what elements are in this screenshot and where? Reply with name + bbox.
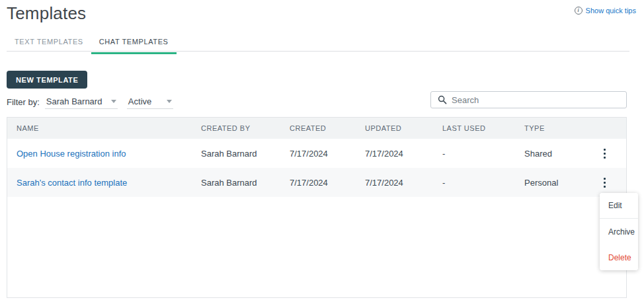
column-header-type: TYPE [524,124,597,132]
menu-item-edit[interactable]: Edit [600,193,638,219]
row-actions-menu: Edit Archive Delete [600,193,638,270]
filter-bar: Filter by: Sarah Barnard Active [7,96,173,109]
column-header-created-by: CREATED BY [201,124,290,132]
menu-item-archive[interactable]: Archive [600,219,638,244]
cell-last-used: - [442,178,524,188]
templates-page: Templates i Show quick tips TEXT TEMPLAT… [0,0,644,300]
kebab-menu-icon[interactable] [597,145,612,162]
filter-by-label: Filter by: [7,97,40,109]
cell-updated: 7/17/2024 [365,178,442,188]
column-header-created: CREATED [290,124,365,132]
owner-filter-dropdown[interactable]: Sarah Barnard [45,96,118,109]
column-header-last-used: LAST USED [442,124,524,132]
new-template-button[interactable]: NEW TEMPLATE [7,71,87,89]
owner-filter-value: Sarah Barnard [46,96,102,106]
search-input[interactable] [452,95,626,105]
cell-type: Shared [524,149,597,159]
templates-table: NAME CREATED BY CREATED UPDATED LAST USE… [7,117,627,298]
template-name-link[interactable]: Sarah's contact info template [17,178,201,188]
info-circle-icon: i [575,7,583,15]
search-box [430,91,627,108]
tab-chat-templates[interactable]: CHAT TEMPLATES [91,38,177,54]
search-icon [438,95,447,104]
cell-last-used: - [442,149,524,159]
cell-updated: 7/17/2024 [365,149,442,159]
cell-created-by: Sarah Barnard [201,149,290,159]
status-filter-value: Active [128,96,151,106]
tab-bar: TEXT TEMPLATES CHAT TEMPLATES [7,38,177,54]
page-title: Templates [7,3,86,24]
show-quick-tips-link[interactable]: i Show quick tips [575,7,636,15]
template-name-link[interactable]: Open House registration info [17,149,201,159]
table-row: Open House registration info Sarah Barna… [7,139,626,168]
cell-type: Personal [524,178,597,188]
column-header-updated: UPDATED [365,124,442,132]
menu-item-delete[interactable]: Delete [600,244,638,270]
chevron-down-icon [167,100,172,103]
cell-created: 7/17/2024 [290,178,365,188]
column-header-name: NAME [17,124,201,132]
tab-divider [7,51,629,52]
table-row: Sarah's contact info template Sarah Barn… [7,168,626,197]
tab-text-templates[interactable]: TEXT TEMPLATES [7,38,91,54]
show-quick-tips-label: Show quick tips [586,7,636,15]
chevron-down-icon [111,100,116,103]
kebab-menu-icon[interactable] [597,174,612,191]
cell-created: 7/17/2024 [290,149,365,159]
status-filter-dropdown[interactable]: Active [127,96,173,109]
table-header-row: NAME CREATED BY CREATED UPDATED LAST USE… [7,118,626,139]
cell-created-by: Sarah Barnard [201,178,290,188]
